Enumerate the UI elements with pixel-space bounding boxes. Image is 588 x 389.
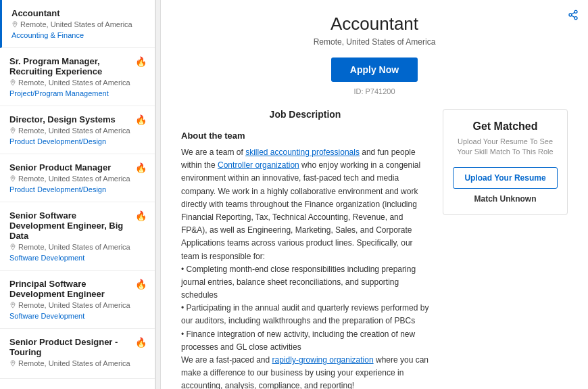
get-matched-subtitle: Upload Your Resume To See Your Skill Mat… (453, 137, 558, 158)
sidebar: AccountantRemote, United States of Ameri… (0, 0, 155, 389)
section-title: Job Description (181, 109, 429, 120)
sidebar-job-title: Sr. Program Manager, Recruiting Experien… (9, 56, 145, 76)
svg-point-5 (12, 304, 14, 305)
get-matched-panel: Get Matched Upload Your Resume To See Yo… (443, 109, 568, 215)
sidebar-job-category: Accounting & Finance (11, 31, 145, 39)
sidebar-job-location: Remote, United States of America (9, 175, 145, 183)
sidebar-job-location: Remote, United States of America (9, 359, 145, 367)
sidebar-job-title: Accountant (11, 8, 145, 18)
about-team-heading: About the team (181, 131, 429, 141)
main-content: Accountant Remote, United States of Amer… (161, 0, 588, 389)
sidebar-job-category: Project/Program Management (9, 89, 145, 97)
sidebar-item[interactable]: Principal Software Development EngineerR… (0, 271, 155, 329)
sidebar-job-title: Principal Software Development Engineer (9, 279, 145, 299)
about-team-body: We are a team of skilled accounting prof… (181, 146, 429, 389)
svg-point-2 (12, 129, 14, 131)
sidebar-item[interactable]: Senior Software Development Engineer, Bi… (0, 202, 155, 271)
job-id: ID: P741200 (181, 87, 568, 95)
sidebar-job-category: Software Development (9, 312, 145, 320)
hot-icon: 🔥 (135, 210, 147, 221)
job-location: Remote, United States of America (181, 37, 568, 47)
sidebar-job-title: Senior Software Development Engineer, Bi… (9, 210, 145, 241)
sidebar-job-category: Software Development (9, 254, 145, 262)
sidebar-job-title: Director, Design Systems (9, 114, 145, 124)
sidebar-item[interactable]: AccountantRemote, United States of Ameri… (0, 0, 155, 48)
hot-icon: 🔥 (135, 56, 147, 67)
svg-line-10 (572, 16, 575, 18)
job-description-section: Job Description About the team We are a … (181, 109, 429, 389)
job-title: Accountant (181, 14, 568, 35)
hot-icon: 🔥 (135, 162, 147, 173)
sidebar-job-location: Remote, United States of America (9, 243, 145, 251)
upload-resume-button[interactable]: Upload Your Resume (453, 167, 558, 189)
sidebar-job-category: Product Development/Design (9, 137, 145, 145)
sidebar-item[interactable]: Senior Product Designer - TouringRemote,… (0, 329, 155, 379)
sidebar-item[interactable]: Sr. Program Manager, Recruiting Experien… (0, 48, 155, 106)
svg-point-0 (14, 23, 16, 24)
sidebar-job-title: Senior Product Manager (9, 162, 145, 173)
share-icon[interactable] (568, 9, 579, 23)
get-matched-title: Get Matched (453, 120, 558, 133)
sidebar-job-location: Remote, United States of America (9, 301, 145, 309)
hot-icon: 🔥 (135, 337, 147, 348)
svg-line-11 (572, 12, 575, 14)
sidebar-job-title: Senior Product Designer - Touring (9, 337, 145, 357)
match-status: Match Unknown (453, 194, 558, 204)
sidebar-item[interactable]: Director, Design SystemsRemote, United S… (0, 106, 155, 154)
sidebar-job-category: Product Development/Design (9, 185, 145, 193)
resize-divider[interactable] (155, 0, 161, 389)
sidebar-job-location: Remote, United States of America (11, 20, 145, 28)
svg-point-6 (12, 362, 14, 363)
hot-icon: 🔥 (135, 279, 147, 290)
svg-point-1 (12, 81, 14, 83)
apply-now-button[interactable]: Apply Now (331, 58, 418, 82)
svg-point-4 (12, 246, 14, 247)
sidebar-job-location: Remote, United States of America (9, 78, 145, 87)
sidebar-item[interactable]: Senior Product ManagerRemote, United Sta… (0, 154, 155, 202)
svg-point-3 (12, 177, 14, 179)
sidebar-job-location: Remote, United States of America (9, 127, 145, 135)
hot-icon: 🔥 (135, 114, 147, 125)
